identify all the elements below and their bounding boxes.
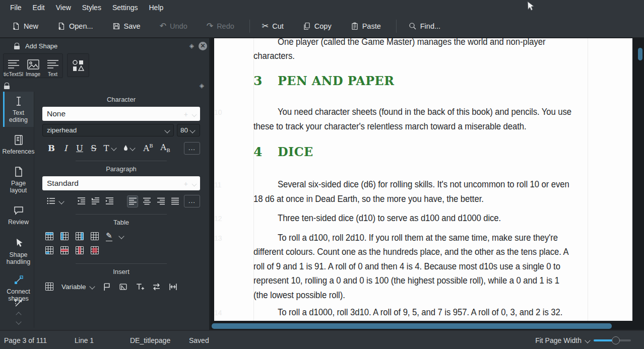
zoom-slider[interactable] [594,336,631,344]
delete-column-button[interactable] [76,246,84,254]
cut-button[interactable]: ✂ Cut [257,19,289,33]
chevron-down-icon[interactable] [192,112,197,117]
tab-text-editing[interactable]: Text editing [3,92,34,127]
list-style-button[interactable] [45,195,56,207]
style-indicator[interactable]: DE_titlepage [130,336,170,344]
shape-collection-button[interactable] [67,53,89,77]
document-page[interactable]: One player (called the Game Master) mana… [214,38,632,321]
highlight-color-icon[interactable] [122,145,130,152]
decrease-indent-button[interactable] [76,195,87,207]
vertical-scrollbar-thumb[interactable] [638,48,642,60]
chevron-down-icon[interactable] [585,337,590,343]
toolbar-separator [396,20,397,33]
shape-button-label: Text [48,71,57,77]
scroll-tabs-down-icon[interactable] [16,319,21,324]
insert-row-above-button[interactable] [45,232,53,240]
menu-file[interactable]: File [5,1,27,14]
tab-references[interactable]: References [3,127,34,162]
menu-styles[interactable]: Styles [77,1,107,14]
paragraph-style-combobox[interactable]: Standard + [42,176,200,190]
character-style-value: None [47,109,66,118]
swap-arrows-icon[interactable] [152,283,161,291]
insert-row-below-button[interactable] [45,246,53,254]
menu-bar: File Edit View Styles Settings Help [0,0,644,15]
tab-page-layout[interactable]: Page layout [3,162,34,197]
first-line-indent-button[interactable] [90,195,101,207]
insert-column-left-button[interactable] [60,232,69,240]
close-docker-button[interactable]: ✕ [199,42,207,50]
horizontal-scrollbar-thumb[interactable] [212,323,612,329]
find-button[interactable]: Find... [404,19,445,33]
tab-shape-handling[interactable]: Shape handling [3,233,34,270]
insert-column-right-button[interactable] [76,232,84,240]
bookmark-icon[interactable] [102,283,111,291]
delete-table-button[interactable] [91,246,99,254]
tab-path-editing[interactable] [13,295,24,311]
static-text-shape-button[interactable]: ticTextSl [4,54,23,78]
document-canvas[interactable]: One player (called the Game Master) mana… [211,38,644,330]
plus-icon[interactable]: + [184,110,188,118]
menu-view[interactable]: View [50,1,77,14]
resize-arrows-icon[interactable] [169,283,177,291]
page-indicator[interactable]: Page 3 of 111 [4,336,47,344]
character-style-combobox[interactable]: None + [42,107,200,121]
tab-review[interactable]: Review [3,197,34,233]
border-pen-icon[interactable]: ✎ [106,231,112,241]
copy-button[interactable]: Copy [298,19,337,33]
menu-settings[interactable]: Settings [107,1,144,14]
separator [76,263,167,264]
lock-icon[interactable] [14,43,20,49]
paste-button[interactable]: Paste [346,19,386,33]
chevron-down-icon[interactable] [111,145,116,151]
bold-button[interactable]: B [45,144,57,153]
new-button[interactable]: New [7,19,43,33]
section-icon[interactable] [119,283,127,291]
toolbar-separator [249,20,250,33]
scroll-tabs-up-icon[interactable] [16,312,21,317]
chevron-down-icon[interactable] [118,233,124,239]
font-family-combobox[interactable]: ziperhead [42,124,174,136]
menu-edit[interactable]: Edit [27,1,50,14]
paragraph-more-button[interactable]: ... [184,195,200,207]
lock-icon[interactable] [4,83,10,89]
increase-indent-button[interactable] [104,195,115,207]
tab-label: Review [8,219,29,226]
line-indicator[interactable]: Line 1 [75,336,94,344]
align-left-button[interactable] [127,195,138,207]
font-color-button[interactable]: T [102,144,111,153]
align-justify-button[interactable] [169,195,180,207]
character-more-button[interactable]: ... [184,142,200,155]
insert-text-icon[interactable] [136,283,144,291]
zoom-mode-label[interactable]: Fit Page Width [535,336,582,344]
insert-variable-button[interactable]: Variable [61,283,94,291]
float-docker-icon[interactable]: ◈ [189,42,194,49]
text-shape-button[interactable]: Text [43,54,62,78]
delete-row-button[interactable] [60,246,69,254]
open-button[interactable]: Open... [52,19,98,33]
font-size-combobox[interactable]: 80 [177,124,200,136]
merge-cells-button[interactable] [91,232,99,240]
italic-button[interactable]: I [59,144,72,153]
menu-help[interactable]: Help [144,1,169,14]
float-docker-icon[interactable]: ◈ [200,82,204,89]
doc-line: You need character sheets (found in the … [278,107,589,117]
save-button[interactable]: Save [107,19,146,33]
text-lines-icon [7,59,20,70]
image-shape-button[interactable]: Image [23,54,43,78]
doc-line: One player (called the Game Master) mana… [278,38,589,47]
heading-dice: DICE [278,145,313,159]
superscript-button[interactable]: AB [141,143,156,153]
strikethrough-button[interactable]: S [88,144,100,153]
underline-button[interactable]: U [74,144,86,153]
insert-table-button[interactable] [45,283,53,291]
chevron-down-icon[interactable] [130,145,135,151]
undo-button[interactable]: ↶ Undo [155,19,192,33]
subscript-button[interactable]: AB [158,143,173,153]
redo-button[interactable]: ↷ Redo [202,19,239,33]
zoom-slider-knob[interactable] [612,336,620,344]
chevron-down-icon[interactable] [192,181,197,186]
align-right-button[interactable] [155,195,166,207]
chevron-down-icon[interactable] [58,198,64,204]
align-center-button[interactable] [141,195,152,207]
plus-icon[interactable]: + [184,180,188,188]
